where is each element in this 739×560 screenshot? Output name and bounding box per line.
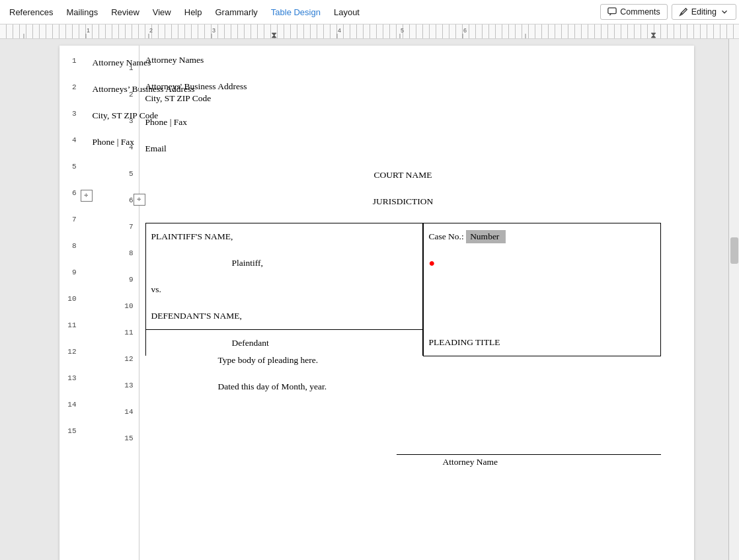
svg-rect-0 — [608, 8, 616, 14]
lnum-12: 12 — [59, 346, 134, 372]
scrollbar-thumb[interactable] — [730, 237, 738, 264]
svg-text:1: 1 — [87, 27, 90, 34]
menu-bar: References Mailings Review View Help Gra… — [0, 0, 739, 24]
left-border-line — [139, 46, 139, 560]
text-attorney-names: Attorney Names — [145, 55, 204, 65]
page-container: 1 2 3 4 5 6 ✛ 7 8 9 10 11 12 13 — [24, 39, 728, 560]
comments-button[interactable]: Comments — [600, 4, 667, 20]
lnum-1: 1 — [59, 55, 134, 81]
menu-layout[interactable]: Layout — [327, 3, 366, 21]
text-jurisdiction: JURISDICTION — [145, 196, 661, 207]
svg-text:⧗: ⧗ — [650, 30, 656, 39]
lnum-3: 3 — [59, 108, 134, 134]
table-move-handle[interactable]: ✛ — [81, 190, 93, 202]
table-cell-defendant: DEFENDANT'S NAME, — [146, 303, 422, 329]
menu-mailings[interactable]: Mailings — [59, 3, 104, 21]
caseno-value: Number — [466, 230, 506, 243]
signature-line — [397, 454, 661, 455]
ruler-svg: 1 2 3 ⧗ 4 5 6 ⧗ — [0, 24, 739, 39]
page-absolute-layout: Attorney Names Attorneys' Business Addre… — [59, 46, 694, 560]
left-gutter — [0, 39, 24, 560]
lnum-6: 6 ✛ — [59, 187, 134, 214]
table-right-border: Case No.: Number ● PLEADING TITLE — [423, 223, 661, 356]
lnum-10: 10 — [59, 293, 134, 319]
lnum-15: 15 — [59, 425, 134, 452]
doc-area: 1 2 3 4 5 6 ✛ 7 8 9 10 11 12 13 — [0, 39, 739, 560]
table-cell-defendant-role: Defendant — [146, 329, 422, 356]
red-dot: ● — [429, 257, 436, 269]
table-cell-vs: vs. — [146, 276, 422, 303]
line-numbers-col: 1 2 3 4 5 6 ✛ 7 8 9 10 11 12 13 — [59, 55, 139, 452]
table-cell-plaintiff: PLAINTIFF'S NAME, — [146, 223, 422, 250]
svg-text:3: 3 — [212, 27, 215, 34]
text-court-name: COURT NAME — [145, 170, 661, 180]
chevron-down-icon — [720, 7, 729, 17]
table-cell-pleading: PLEADING TITLE — [424, 329, 660, 356]
pencil-icon — [679, 7, 688, 17]
text-city-zip: City, ST ZIP Code — [145, 93, 212, 104]
lnum-8: 8 — [59, 240, 134, 266]
svg-text:⧗: ⧗ — [271, 30, 277, 39]
lnum-4: 4 — [59, 134, 134, 161]
lnum-9: 9 — [59, 266, 134, 293]
lnum-14: 14 — [59, 399, 134, 425]
page: 1 2 3 4 5 6 ✛ 7 8 9 10 11 12 13 — [59, 46, 694, 560]
table-cell-empty-8 — [424, 276, 660, 303]
menu-table-design[interactable]: Table Design — [264, 3, 327, 21]
svg-text:2: 2 — [149, 27, 153, 34]
svg-text:5: 5 — [401, 27, 404, 34]
right-scrollbar — [728, 39, 739, 560]
svg-text:4: 4 — [338, 27, 341, 34]
table-cell-reddot: ● — [424, 250, 660, 276]
text-attorney-name: Attorney Name — [443, 457, 498, 467]
menu-right: Comments Editing — [600, 4, 736, 20]
comments-label: Comments — [620, 7, 660, 17]
caseno-label: Case No.: — [429, 231, 467, 242]
text-phone: Phone | Fax — [145, 117, 187, 128]
table-cell-caseno: Case No.: Number — [424, 223, 660, 250]
text-body-pleading: Type body of pleading here. — [218, 355, 319, 366]
editing-label: Editing — [691, 7, 717, 17]
table-cell-plaintiff-role: Plaintiff, — [146, 250, 422, 276]
lnum-11: 11 — [59, 319, 134, 346]
svg-text:6: 6 — [463, 27, 467, 34]
text-email: Email — [145, 143, 167, 154]
comment-icon — [607, 7, 617, 17]
text-dated: Dated this day of Month, year. — [218, 381, 327, 392]
menu-review[interactable]: Review — [104, 3, 146, 21]
menu-view[interactable]: View — [146, 3, 178, 21]
table-move-handle2[interactable]: ✛ — [134, 194, 145, 206]
table-left-border: PLAINTIFF'S NAME, Plaintiff, vs. DEFENDA… — [145, 223, 423, 356]
lnum-5: 5 — [59, 161, 134, 187]
menu-help[interactable]: Help — [178, 3, 209, 21]
menu-references[interactable]: References — [3, 3, 59, 21]
editing-button[interactable]: Editing — [672, 4, 736, 20]
text-attorney-address: Attorneys' Business Address — [145, 81, 247, 92]
table-cell-empty-9 — [424, 303, 660, 329]
lnum-2: 2 — [59, 81, 134, 108]
ruler: 1 2 3 ⧗ 4 5 6 ⧗ — [0, 24, 739, 39]
menu-grammarly[interactable]: Grammarly — [209, 3, 264, 21]
lnum-7: 7 — [59, 214, 134, 240]
lnum-13: 13 — [59, 372, 134, 399]
